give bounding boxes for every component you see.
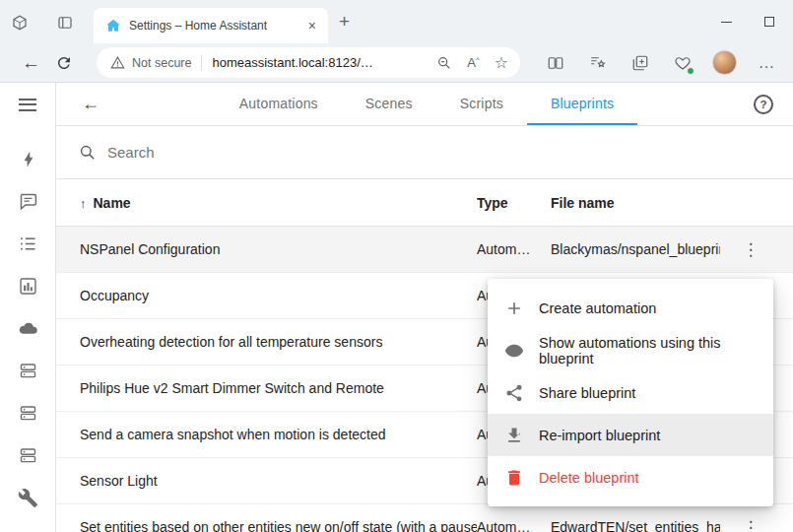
row-type: Autom…: [477, 241, 551, 257]
profile-avatar: [712, 50, 737, 75]
sidebar-item-addon-1[interactable]: [0, 350, 55, 392]
blueprint-context-menu: Create automation Show automations using…: [488, 279, 773, 506]
row-menu-button[interactable]: ⋮: [720, 239, 781, 260]
sidebar-menu-button[interactable]: [19, 83, 36, 126]
help-button[interactable]: ?: [754, 95, 773, 114]
row-name: NSPanel Configuration: [80, 241, 477, 257]
message-icon: [18, 191, 38, 212]
address-bar[interactable]: Not secure homeassistant.local:8123/… A^…: [97, 47, 520, 78]
wrench-icon: [18, 488, 38, 508]
more-icon: …: [759, 53, 776, 73]
home-assistant-logo-icon: [105, 18, 121, 33]
search-icon: [78, 143, 97, 162]
menu-item-create-automation[interactable]: Create automation: [488, 287, 773, 329]
collections-button[interactable]: [619, 43, 661, 83]
browser-tab[interactable]: Settings – Home Assistant ×: [94, 8, 328, 43]
search-input[interactable]: [107, 144, 793, 161]
read-aloud-icon[interactable]: A^: [467, 55, 479, 70]
sidebar-item-addon-3[interactable]: [0, 434, 55, 477]
window-minimize-button[interactable]: [703, 0, 749, 43]
ha-tab-bar: Automations Scenes Scripts Blueprints: [99, 83, 754, 125]
tab-automations[interactable]: Automations: [216, 83, 342, 125]
kebab-icon: ⋮: [743, 517, 760, 532]
row-name: Send a camera snapshot when motion is de…: [80, 427, 477, 442]
sidebar-item-tools[interactable]: [0, 477, 55, 519]
not-secure-warning-icon: [110, 55, 125, 70]
tab-scripts[interactable]: Scripts: [436, 83, 527, 125]
sidebar-item-logbook[interactable]: [0, 223, 55, 265]
table-row[interactable]: NSPanel Configuration Autom… Blackymas/n…: [56, 227, 793, 273]
sidebar-item-energy[interactable]: [0, 138, 55, 180]
trash-icon: [502, 468, 526, 488]
new-tab-button[interactable]: +: [339, 11, 350, 33]
row-name: Set entities based on other entities new…: [80, 519, 477, 532]
menu-item-delete-blueprint[interactable]: Delete blueprint: [488, 456, 773, 499]
row-file: Blackymas/nspanel_blueprin…: [551, 241, 720, 257]
server-icon: [18, 403, 38, 424]
tab-scenes[interactable]: Scenes: [342, 83, 436, 125]
table-row[interactable]: Set entities based on other entities new…: [56, 504, 793, 532]
minimize-icon: [721, 22, 732, 23]
plus-icon: [502, 299, 526, 318]
address-divider: [201, 55, 202, 71]
search-bar: [56, 126, 793, 179]
eye-icon: [502, 341, 526, 361]
url-text[interactable]: homeassistant.local:8123/…: [212, 55, 372, 70]
menu-item-show-automations[interactable]: Show automations using this blueprint: [488, 329, 773, 371]
zoom-out-icon[interactable]: [435, 54, 452, 71]
favorite-star-icon[interactable]: ☆: [495, 53, 508, 72]
favorites-hub-icon: [589, 54, 607, 72]
refresh-button[interactable]: [55, 54, 73, 72]
tab-close-icon[interactable]: ×: [306, 18, 318, 33]
tab-blueprints[interactable]: Blueprints: [527, 83, 637, 125]
menu-item-share-blueprint[interactable]: Share blueprint: [488, 371, 773, 414]
row-menu-button[interactable]: ⋮: [720, 517, 781, 532]
status-green-dot: [687, 67, 694, 75]
not-secure-label[interactable]: Not secure: [132, 56, 191, 70]
sort-asc-icon: ↑: [80, 196, 87, 211]
row-name: Overheating detection for all temperatur…: [80, 334, 477, 350]
workspaces-icon[interactable]: [11, 14, 29, 32]
column-type[interactable]: Type: [477, 195, 551, 211]
browser-back-button[interactable]: ←: [22, 53, 37, 72]
ha-header: ← Automations Scenes Scripts Blueprints …: [56, 83, 793, 126]
row-type: Autom…: [477, 519, 551, 532]
row-name: Sensor Light: [80, 473, 477, 489]
browser-titlebar: Settings – Home Assistant × +: [0, 0, 793, 43]
menu-item-reimport-blueprint[interactable]: Re-import blueprint: [488, 414, 773, 456]
browser-menu-button[interactable]: …: [746, 43, 788, 83]
kebab-icon: ⋮: [743, 239, 760, 260]
sidebar-item-history[interactable]: [0, 265, 55, 307]
download-icon: [502, 426, 526, 445]
lightning-bolt-icon: [18, 149, 38, 169]
split-screen-button[interactable]: [534, 43, 576, 83]
sidebar-item-addon-2[interactable]: [0, 392, 55, 434]
server-icon: [18, 361, 38, 381]
profile-button[interactable]: [703, 43, 746, 83]
row-name: Philips Hue v2 Smart Dimmer Switch and R…: [80, 380, 477, 396]
row-name: Occupancy: [80, 288, 477, 303]
browser-navbar: ← Not secure homeassistant.local:8123/… …: [0, 43, 793, 83]
maximize-icon: [764, 17, 774, 27]
sidebar-item-media[interactable]: [0, 180, 55, 223]
cloud-icon: [18, 318, 38, 339]
row-file: EdwardTEN/set_entities_has…: [551, 519, 720, 532]
list-icon: [18, 233, 38, 254]
tab-title: Settings – Home Assistant: [129, 19, 298, 33]
favorites-hub-button[interactable]: [576, 43, 619, 83]
bar-chart-icon: [18, 276, 38, 297]
sidebar-item-cloud[interactable]: [0, 307, 55, 350]
refresh-icon: [55, 54, 73, 72]
server-icon: [18, 445, 38, 466]
column-file-name[interactable]: File name: [551, 195, 720, 211]
browser-window: Settings – Home Assistant × + ← Not secu…: [0, 0, 793, 532]
share-icon: [502, 383, 526, 403]
ha-back-button[interactable]: ←: [82, 94, 99, 114]
sidebar: [0, 83, 56, 532]
collections-icon: [631, 54, 649, 72]
table-header: ↑Name Type File name: [56, 179, 793, 227]
tab-actions-icon[interactable]: [56, 14, 74, 32]
browser-essentials-button[interactable]: [661, 43, 703, 83]
column-name[interactable]: ↑Name: [80, 195, 477, 211]
window-maximize-button[interactable]: [747, 0, 792, 43]
